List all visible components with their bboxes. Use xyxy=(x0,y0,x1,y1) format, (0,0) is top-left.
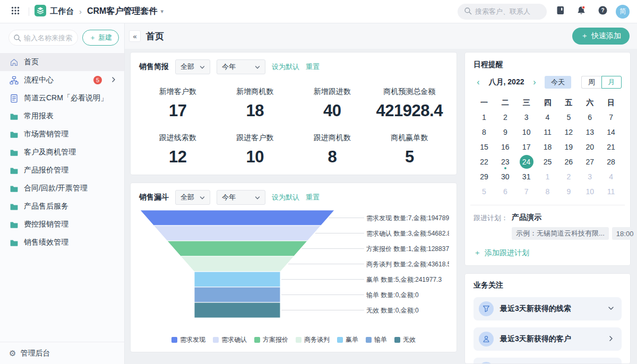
legend-item-5[interactable]: 输单 xyxy=(366,335,387,344)
focus-row-1[interactable]: 最近3天新获得的客户 xyxy=(474,327,622,351)
calendar-day[interactable]: 7 xyxy=(516,184,537,198)
app-grid-button[interactable] xyxy=(7,4,23,20)
legend-item-2[interactable]: 方案报价 xyxy=(254,335,288,344)
calendar-day[interactable]: 8 xyxy=(537,184,558,198)
sidebar-item-0[interactable]: 首页 xyxy=(0,53,124,71)
calendar-day[interactable]: 24 xyxy=(516,154,537,169)
calendar-day[interactable]: 28 xyxy=(600,154,622,169)
notifications-button[interactable] xyxy=(573,4,589,20)
sidebar-item-9[interactable]: 费控报销管理 xyxy=(0,215,124,233)
chevron-right-icon[interactable] xyxy=(608,334,614,344)
legend-item-3[interactable]: 商务谈判 xyxy=(296,335,330,344)
calendar-day[interactable]: 5 xyxy=(474,184,495,198)
funnel-scope-select[interactable]: 全部 xyxy=(175,190,210,205)
new-button[interactable]: ＋ 新建 xyxy=(82,30,119,46)
calendar-week-toggle[interactable]: 周 xyxy=(581,76,601,89)
calendar-day[interactable]: 5 xyxy=(558,110,579,124)
calendar-day[interactable]: 10 xyxy=(516,125,537,139)
calendar-day[interactable]: 2 xyxy=(558,169,579,184)
calendar-day[interactable]: 17 xyxy=(516,140,537,154)
calendar-day[interactable]: 21 xyxy=(600,140,622,154)
calendar-day[interactable]: 27 xyxy=(579,154,600,169)
brief-set-default-link[interactable]: 设为默认 xyxy=(272,62,299,72)
brief-scope-select[interactable]: 全部 xyxy=(175,59,210,74)
calendar-day[interactable]: 10 xyxy=(579,184,600,198)
legend-item-1[interactable]: 需求确认 xyxy=(213,335,247,344)
calendar-day[interactable]: 22 xyxy=(474,154,495,169)
brief-reset-link[interactable]: 重置 xyxy=(306,62,320,72)
funnel-stage-6[interactable] xyxy=(194,302,280,318)
calendar-day[interactable]: 12 xyxy=(558,125,579,139)
chevron-right-icon[interactable] xyxy=(110,76,117,84)
calendar-day[interactable]: 20 xyxy=(579,140,600,154)
funnel-period-select[interactable]: 今年 xyxy=(217,190,265,205)
global-search-input[interactable]: 搜索客户、联系人 xyxy=(458,4,547,20)
sidebar-item-3[interactable]: 常用报表 xyxy=(0,107,124,125)
calendar-day[interactable]: 26 xyxy=(558,154,579,169)
chevron-down-icon[interactable] xyxy=(608,304,614,314)
calendar-day[interactable]: 13 xyxy=(579,125,600,139)
funnel-reset-link[interactable]: 重置 xyxy=(306,193,320,202)
calendar-day[interactable]: 8 xyxy=(474,125,495,139)
calendar-day[interactable]: 6 xyxy=(579,110,600,124)
sidebar-item-1[interactable]: 流程中心5 xyxy=(0,71,124,89)
sidebar-item-2[interactable]: 简道云CRM「必看说明」 xyxy=(0,89,124,107)
quick-add-button[interactable]: ＋ 快速添加 xyxy=(572,28,630,45)
focus-row-0[interactable]: 最近3天新获得的线索 xyxy=(474,297,622,320)
calendar-prev-button[interactable]: ‹ xyxy=(474,77,483,87)
admin-backend-button[interactable]: ⚙ 管理后台 xyxy=(0,342,124,364)
calendar-day[interactable]: 2 xyxy=(495,110,516,124)
sidebar-item-10[interactable]: 销售绩效管理 xyxy=(0,233,124,252)
calendar-day[interactable]: 31 xyxy=(516,169,537,184)
funnel-stage-2[interactable] xyxy=(167,241,307,256)
app-title-dropdown[interactable]: CRM客户管理套件 ▾ xyxy=(87,6,163,17)
focus-row-2[interactable]: 正在跟进的商机9 xyxy=(474,358,622,364)
funnel-stage-3[interactable] xyxy=(181,256,294,272)
calendar-day[interactable]: 15 xyxy=(474,140,495,154)
sidebar-item-4[interactable]: 市场营销管理 xyxy=(0,125,124,143)
workbench-breadcrumb[interactable]: 工作台 xyxy=(35,5,74,18)
calendar-day[interactable]: 18 xyxy=(537,140,558,154)
avatar[interactable]: 简 xyxy=(616,5,630,19)
calendar-day[interactable]: 1 xyxy=(537,169,558,184)
brief-period-select[interactable]: 今年 xyxy=(217,59,265,74)
legend-item-4[interactable]: 赢单 xyxy=(337,335,358,344)
folder-icon xyxy=(9,166,19,175)
funnel-stage-5[interactable] xyxy=(194,287,280,302)
calendar-day[interactable]: 16 xyxy=(495,140,516,154)
add-follow-plan-link[interactable]: ＋ 添加跟进计划 xyxy=(474,248,622,258)
calendar-day[interactable]: 14 xyxy=(600,125,622,139)
funnel-stage-4[interactable] xyxy=(194,272,280,287)
sidebar-item-7[interactable]: 合同/回款/开票管理 xyxy=(0,179,124,197)
sidebar-item-5[interactable]: 客户及商机管理 xyxy=(0,143,124,161)
calendar-day[interactable]: 11 xyxy=(600,184,622,198)
calendar-today-button[interactable]: 今天 xyxy=(545,76,571,89)
calendar-day[interactable]: 23 xyxy=(495,154,516,169)
sidebar-collapse-button[interactable]: « xyxy=(129,30,141,42)
calendar-day[interactable]: 9 xyxy=(495,125,516,139)
calendar-day[interactable]: 4 xyxy=(600,169,622,184)
sidebar-item-6[interactable]: 产品报价管理 xyxy=(0,161,124,179)
funnel-set-default-link[interactable]: 设为默认 xyxy=(272,193,299,202)
calendar-day[interactable]: 11 xyxy=(537,125,558,139)
legend-item-0[interactable]: 需求发现 xyxy=(171,335,205,344)
calendar-day[interactable]: 3 xyxy=(516,110,537,124)
calendar-day[interactable]: 29 xyxy=(474,169,495,184)
calendar-day[interactable]: 4 xyxy=(537,110,558,124)
calendar-day[interactable]: 1 xyxy=(474,110,495,124)
calendar-day[interactable]: 6 xyxy=(495,184,516,198)
funnel-stage-1[interactable] xyxy=(154,226,321,241)
legend-item-6[interactable]: 无效 xyxy=(394,335,416,344)
sidebar-item-8[interactable]: 产品售后服务 xyxy=(0,197,124,215)
calendar-day[interactable]: 3 xyxy=(579,169,600,184)
calendar-day[interactable]: 7 xyxy=(600,110,622,124)
calendar-day[interactable]: 19 xyxy=(558,140,579,154)
calendar-day[interactable]: 9 xyxy=(558,184,579,198)
calendar-day[interactable]: 30 xyxy=(495,169,516,184)
funnel-stage-0[interactable] xyxy=(140,210,334,226)
calendar-next-button[interactable]: › xyxy=(530,77,539,87)
calendar-day[interactable]: 25 xyxy=(537,154,558,169)
help-button[interactable]: ? xyxy=(595,4,610,20)
calendar-month-toggle[interactable]: 月 xyxy=(601,76,622,89)
contacts-button[interactable] xyxy=(552,4,568,20)
